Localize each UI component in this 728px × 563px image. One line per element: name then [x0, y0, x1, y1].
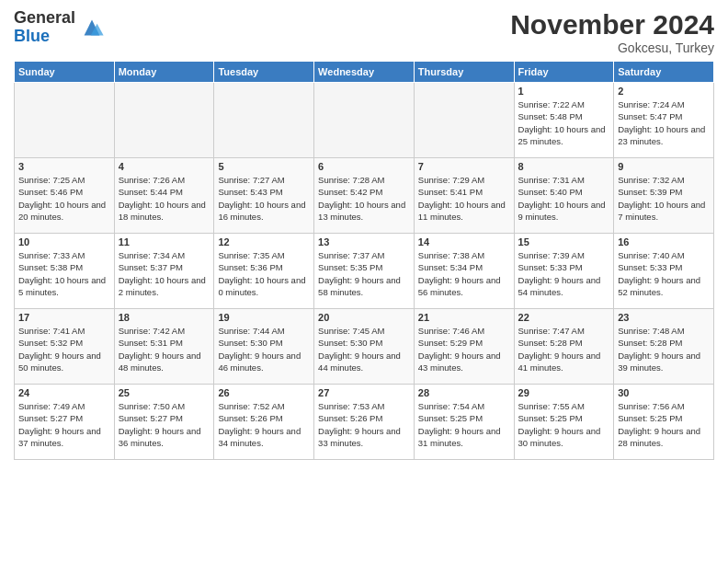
day-info: Sunrise: 7:42 AM Sunset: 5:31 PM Dayligh…: [119, 325, 210, 373]
day-number: 16: [618, 236, 710, 247]
calendar-cell: 22Sunrise: 7:47 AM Sunset: 5:28 PM Dayli…: [514, 309, 614, 385]
day-info: Sunrise: 7:27 AM Sunset: 5:43 PM Dayligh…: [218, 174, 310, 223]
calendar-cell: 9Sunrise: 7:32 AM Sunset: 5:39 PM Daylig…: [614, 158, 714, 234]
day-number: 15: [518, 236, 610, 247]
calendar-cell: 2Sunrise: 7:24 AM Sunset: 5:47 PM Daylig…: [614, 83, 714, 158]
title-section: November 2024 Gokcesu, Turkey: [510, 9, 714, 55]
calendar-cell: 18Sunrise: 7:42 AM Sunset: 5:31 PM Dayli…: [114, 309, 214, 385]
calendar-cell: 13Sunrise: 7:37 AM Sunset: 5:35 PM Dayli…: [314, 234, 415, 309]
day-number: 12: [218, 236, 310, 247]
calendar-cell: 25Sunrise: 7:50 AM Sunset: 5:27 PM Dayli…: [114, 385, 214, 460]
calendar-cell: [214, 83, 314, 158]
day-info: Sunrise: 7:25 AM Sunset: 5:46 PM Dayligh…: [18, 174, 110, 223]
day-number: 19: [218, 312, 310, 323]
calendar-cell: 11Sunrise: 7:34 AM Sunset: 5:37 PM Dayli…: [114, 234, 214, 309]
calendar-cell: 14Sunrise: 7:38 AM Sunset: 5:34 PM Dayli…: [414, 234, 514, 309]
calendar-cell: 5Sunrise: 7:27 AM Sunset: 5:43 PM Daylig…: [214, 158, 314, 234]
calendar-week-2: 3Sunrise: 7:25 AM Sunset: 5:46 PM Daylig…: [15, 158, 714, 234]
day-number: 21: [418, 312, 510, 323]
calendar-cell: 8Sunrise: 7:31 AM Sunset: 5:40 PM Daylig…: [514, 158, 614, 234]
day-info: Sunrise: 7:31 AM Sunset: 5:40 PM Dayligh…: [518, 174, 610, 223]
calendar-cell: 30Sunrise: 7:56 AM Sunset: 5:25 PM Dayli…: [614, 385, 714, 460]
location-subtitle: Gokcesu, Turkey: [510, 40, 714, 55]
day-info: Sunrise: 7:47 AM Sunset: 5:28 PM Dayligh…: [518, 325, 610, 373]
day-number: 23: [618, 312, 710, 323]
day-info: Sunrise: 7:26 AM Sunset: 5:44 PM Dayligh…: [119, 174, 210, 223]
calendar-cell: [314, 83, 415, 158]
calendar-week-4: 17Sunrise: 7:41 AM Sunset: 5:32 PM Dayli…: [15, 309, 714, 385]
calendar-cell: 16Sunrise: 7:40 AM Sunset: 5:33 PM Dayli…: [614, 234, 714, 309]
day-info: Sunrise: 7:45 AM Sunset: 5:30 PM Dayligh…: [318, 325, 410, 373]
calendar-week-5: 24Sunrise: 7:49 AM Sunset: 5:27 PM Dayli…: [15, 385, 714, 460]
day-info: Sunrise: 7:34 AM Sunset: 5:37 PM Dayligh…: [119, 249, 210, 298]
month-title: November 2024: [510, 9, 714, 40]
day-number: 6: [318, 161, 410, 172]
calendar-cell: [414, 83, 514, 158]
day-info: Sunrise: 7:37 AM Sunset: 5:35 PM Dayligh…: [318, 249, 410, 298]
logo-icon: [79, 15, 105, 40]
day-info: Sunrise: 7:35 AM Sunset: 5:36 PM Dayligh…: [218, 249, 310, 298]
weekday-header-friday: Friday: [514, 62, 614, 83]
calendar-table: SundayMondayTuesdayWednesdayThursdayFrid…: [14, 61, 714, 460]
day-info: Sunrise: 7:53 AM Sunset: 5:26 PM Dayligh…: [318, 400, 410, 449]
day-info: Sunrise: 7:39 AM Sunset: 5:33 PM Dayligh…: [518, 249, 610, 298]
weekday-header-thursday: Thursday: [414, 62, 514, 83]
day-info: Sunrise: 7:44 AM Sunset: 5:30 PM Dayligh…: [218, 325, 310, 373]
day-info: Sunrise: 7:56 AM Sunset: 5:25 PM Dayligh…: [618, 400, 710, 449]
day-number: 14: [418, 236, 510, 247]
calendar-cell: 20Sunrise: 7:45 AM Sunset: 5:30 PM Dayli…: [314, 309, 415, 385]
weekday-header-tuesday: Tuesday: [214, 62, 314, 83]
day-info: Sunrise: 7:22 AM Sunset: 5:48 PM Dayligh…: [518, 98, 610, 147]
logo-general: General: [14, 9, 75, 28]
calendar-week-3: 10Sunrise: 7:33 AM Sunset: 5:38 PM Dayli…: [15, 234, 714, 309]
day-info: Sunrise: 7:52 AM Sunset: 5:26 PM Dayligh…: [218, 400, 310, 449]
day-info: Sunrise: 7:54 AM Sunset: 5:25 PM Dayligh…: [418, 400, 510, 449]
weekday-header-sunday: Sunday: [15, 62, 115, 83]
day-number: 28: [418, 387, 510, 398]
day-number: 17: [18, 312, 110, 323]
calendar-cell: 21Sunrise: 7:46 AM Sunset: 5:29 PM Dayli…: [414, 309, 514, 385]
day-info: Sunrise: 7:29 AM Sunset: 5:41 PM Dayligh…: [418, 174, 510, 223]
day-number: 20: [318, 312, 410, 323]
day-number: 26: [218, 387, 310, 398]
day-info: Sunrise: 7:40 AM Sunset: 5:33 PM Dayligh…: [618, 249, 710, 298]
calendar-cell: 27Sunrise: 7:53 AM Sunset: 5:26 PM Dayli…: [314, 385, 415, 460]
day-number: 27: [318, 387, 410, 398]
day-number: 9: [618, 161, 710, 172]
day-info: Sunrise: 7:49 AM Sunset: 5:27 PM Dayligh…: [18, 400, 110, 449]
day-info: Sunrise: 7:24 AM Sunset: 5:47 PM Dayligh…: [618, 98, 710, 147]
calendar-cell: [15, 83, 115, 158]
day-number: 7: [418, 161, 510, 172]
day-number: 8: [518, 161, 610, 172]
day-info: Sunrise: 7:33 AM Sunset: 5:38 PM Dayligh…: [18, 249, 110, 298]
day-info: Sunrise: 7:55 AM Sunset: 5:25 PM Dayligh…: [518, 400, 610, 449]
calendar-cell: 10Sunrise: 7:33 AM Sunset: 5:38 PM Dayli…: [15, 234, 115, 309]
day-number: 18: [119, 312, 210, 323]
calendar-cell: 7Sunrise: 7:29 AM Sunset: 5:41 PM Daylig…: [414, 158, 514, 234]
day-number: 29: [518, 387, 610, 398]
calendar-cell: 4Sunrise: 7:26 AM Sunset: 5:44 PM Daylig…: [114, 158, 214, 234]
calendar-cell: 24Sunrise: 7:49 AM Sunset: 5:27 PM Dayli…: [15, 385, 115, 460]
calendar-cell: 3Sunrise: 7:25 AM Sunset: 5:46 PM Daylig…: [15, 158, 115, 234]
weekday-header-saturday: Saturday: [614, 62, 714, 83]
day-number: 10: [18, 236, 110, 247]
day-number: 25: [119, 387, 210, 398]
calendar-cell: 12Sunrise: 7:35 AM Sunset: 5:36 PM Dayli…: [214, 234, 314, 309]
calendar-cell: 28Sunrise: 7:54 AM Sunset: 5:25 PM Dayli…: [414, 385, 514, 460]
calendar-cell: 1Sunrise: 7:22 AM Sunset: 5:48 PM Daylig…: [514, 83, 614, 158]
day-info: Sunrise: 7:28 AM Sunset: 5:42 PM Dayligh…: [318, 174, 410, 223]
calendar-cell: 6Sunrise: 7:28 AM Sunset: 5:42 PM Daylig…: [314, 158, 415, 234]
calendar-cell: 23Sunrise: 7:48 AM Sunset: 5:28 PM Dayli…: [614, 309, 714, 385]
day-number: 4: [119, 161, 210, 172]
day-number: 22: [518, 312, 610, 323]
day-number: 13: [318, 236, 410, 247]
weekday-header-monday: Monday: [114, 62, 214, 83]
calendar-cell: 26Sunrise: 7:52 AM Sunset: 5:26 PM Dayli…: [214, 385, 314, 460]
day-number: 1: [518, 86, 610, 97]
logo: General Blue: [14, 9, 105, 46]
day-info: Sunrise: 7:46 AM Sunset: 5:29 PM Dayligh…: [418, 325, 510, 373]
day-number: 24: [18, 387, 110, 398]
page-container: General Blue November 2024 Gokcesu, Turk…: [0, 0, 728, 469]
day-info: Sunrise: 7:41 AM Sunset: 5:32 PM Dayligh…: [18, 325, 110, 373]
day-number: 30: [618, 387, 710, 398]
